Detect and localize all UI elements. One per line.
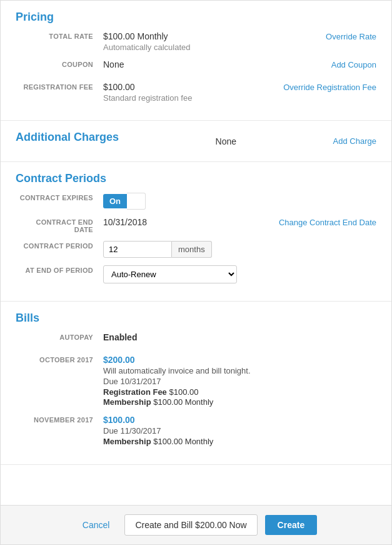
change-contract-end-date-button[interactable]: Change Contract End Date xyxy=(279,218,376,227)
registration-fee-row: REGISTRATION FEE $100.00 Standard regist… xyxy=(16,82,376,103)
create-button[interactable]: Create xyxy=(265,515,318,535)
october-bill-amount: $200.00 xyxy=(103,355,376,365)
october-bill-line-1: Registration Fee $100.00 xyxy=(103,387,376,397)
contract-period-input[interactable] xyxy=(103,241,172,258)
october-month-label: OCTOBER 2017 xyxy=(16,355,103,364)
months-suffix: months xyxy=(172,241,212,258)
coupon-value: None xyxy=(103,59,321,69)
additional-charges-value: None xyxy=(216,136,236,146)
contract-periods-section: Contract Periods CONTRACT EXPIRES On CON… xyxy=(1,162,391,302)
november-bill-row: NOVEMBER 2017 $100.00 Due 11/30/2017 Mem… xyxy=(16,415,376,447)
nov-line1-label: Membership xyxy=(103,437,151,446)
coupon-label: COUPON xyxy=(16,59,103,68)
override-rate-action: Override Rate xyxy=(316,31,376,41)
oct-line1-value: $100.00 xyxy=(169,387,198,397)
main-content: Pricing TOTAL RATE $100.00 Monthly Autom… xyxy=(1,1,391,505)
oct-line2-label: Membership xyxy=(103,397,151,407)
nov-line1-value: $100.00 Monthly xyxy=(153,437,213,446)
toggle-on-button[interactable]: On xyxy=(103,194,127,208)
contract-expires-value: On xyxy=(103,193,376,210)
contract-period-input-group: months xyxy=(103,241,376,258)
page-container: Pricing TOTAL RATE $100.00 Monthly Autom… xyxy=(0,0,392,545)
contract-period-label: CONTRACT PERIOD xyxy=(16,241,103,250)
autopay-row: AUTOPAY Enabled xyxy=(16,332,376,347)
contract-end-date-primary: 10/31/2018 xyxy=(103,217,269,227)
total-rate-value: $100.00 Monthly Automatically calculated xyxy=(103,31,316,52)
at-end-of-period-value: Auto-Renew Cancel Convert to Month-to-Mo… xyxy=(103,265,376,283)
add-coupon-action: Add Coupon xyxy=(321,59,376,69)
contract-end-date-label: CONTRACT END DATE xyxy=(16,217,103,233)
at-end-of-period-select[interactable]: Auto-Renew Cancel Convert to Month-to-Mo… xyxy=(103,265,237,283)
november-bill-line-1: Membership $100.00 Monthly xyxy=(103,437,376,446)
additional-charges-title: Additional Charges xyxy=(16,131,119,144)
contract-expires-label: CONTRACT EXPIRES xyxy=(16,193,103,201)
october-bill-row: OCTOBER 2017 $200.00 Will automatically … xyxy=(16,355,376,407)
registration-fee-value: $100.00 Standard registration fee xyxy=(103,82,273,103)
autopay-label: AUTOPAY xyxy=(16,332,103,341)
october-bill-due: Due 10/31/2017 xyxy=(103,377,376,386)
total-rate-label: TOTAL RATE xyxy=(16,31,103,40)
bills-section: Bills AUTOPAY Enabled OCTOBER 2017 $200.… xyxy=(1,302,391,465)
oct-line2-value: $100.00 Monthly xyxy=(153,397,213,407)
autopay-value: Enabled xyxy=(103,332,376,342)
registration-fee-label: REGISTRATION FEE xyxy=(16,82,103,91)
footer: Cancel Create and Bill $200.00 Now Creat… xyxy=(1,505,391,544)
registration-fee-secondary: Standard registration fee xyxy=(103,93,273,103)
total-rate-secondary: Automatically calculated xyxy=(103,43,316,52)
add-coupon-button[interactable]: Add Coupon xyxy=(331,60,376,69)
additional-charges-section: Additional Charges None Add Charge xyxy=(1,121,391,162)
at-end-of-period-label: AT END OF PERIOD xyxy=(16,265,103,274)
contract-end-date-value: 10/31/2018 xyxy=(103,217,269,227)
create-and-bill-button[interactable]: Create and Bill $200.00 Now xyxy=(124,514,257,536)
total-rate-primary: $100.00 Monthly xyxy=(103,31,316,41)
pricing-section: Pricing TOTAL RATE $100.00 Monthly Autom… xyxy=(1,1,391,121)
contract-period-value: months xyxy=(103,241,376,258)
additional-charges-header: Additional Charges None Add Charge xyxy=(16,131,376,151)
october-bill-note: Will automatically invoice and bill toni… xyxy=(103,366,376,375)
cancel-button[interactable]: Cancel xyxy=(75,515,118,535)
november-bill-due: Due 11/30/2017 xyxy=(103,426,376,435)
total-rate-row: TOTAL RATE $100.00 Monthly Automatically… xyxy=(16,31,376,52)
autopay-status: Enabled xyxy=(103,332,376,342)
coupon-row: COUPON None Add Coupon xyxy=(16,59,376,74)
contract-expires-row: CONTRACT EXPIRES On xyxy=(16,193,376,210)
contract-end-date-row: CONTRACT END DATE 10/31/2018 Change Cont… xyxy=(16,217,376,233)
contract-periods-title: Contract Periods xyxy=(16,172,376,185)
pricing-title: Pricing xyxy=(16,11,376,24)
override-reg-fee-action: Override Registration Fee xyxy=(273,82,376,92)
toggle-wrapper: On xyxy=(103,193,376,210)
registration-fee-primary: $100.00 xyxy=(103,82,273,92)
at-end-of-period-row: AT END OF PERIOD Auto-Renew Cancel Conve… xyxy=(16,265,376,283)
toggle-off-area[interactable] xyxy=(127,193,146,210)
october-bill-line-2: Membership $100.00 Monthly xyxy=(103,397,376,407)
bills-title: Bills xyxy=(16,312,376,325)
oct-line1-label: Registration Fee xyxy=(103,387,167,397)
coupon-primary: None xyxy=(103,59,321,69)
november-month-label: NOVEMBER 2017 xyxy=(16,415,103,424)
november-bill-amount: $100.00 xyxy=(103,415,376,425)
add-charge-button[interactable]: Add Charge xyxy=(333,136,376,146)
change-end-date-action: Change Contract End Date xyxy=(269,217,376,227)
november-bill-details: $100.00 Due 11/30/2017 Membership $100.0… xyxy=(103,415,376,447)
october-bill-details: $200.00 Will automatically invoice and b… xyxy=(103,355,376,407)
override-rate-button[interactable]: Override Rate xyxy=(326,32,376,41)
contract-period-row: CONTRACT PERIOD months xyxy=(16,241,376,258)
override-registration-fee-button[interactable]: Override Registration Fee xyxy=(283,83,376,92)
